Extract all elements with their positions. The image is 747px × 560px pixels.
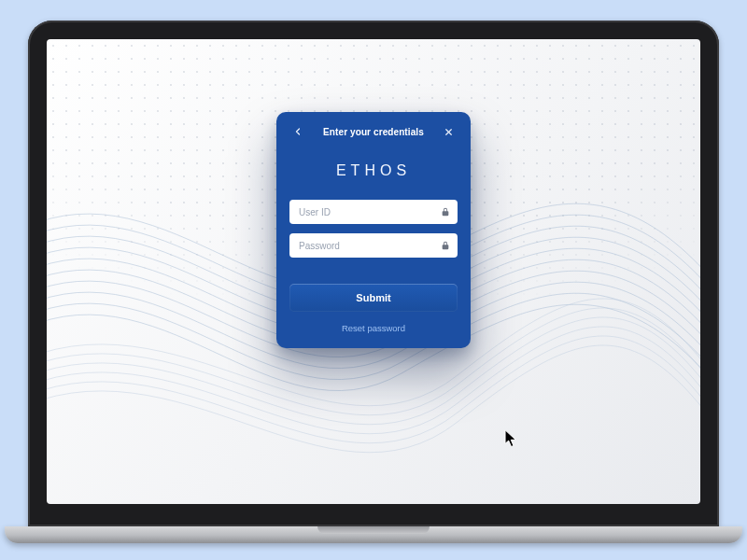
login-dialog: Enter your credentials ETHOS <box>276 112 471 348</box>
dialog-title: Enter your credentials <box>323 127 424 137</box>
lock-icon <box>441 241 450 250</box>
lock-icon <box>441 207 450 217</box>
brand-logo-text: ETHOS <box>289 162 458 179</box>
user-id-input[interactable] <box>289 200 458 224</box>
close-icon[interactable] <box>441 123 458 140</box>
password-field-wrapper <box>289 233 458 258</box>
desktop-screen: Enter your credentials ETHOS <box>47 39 700 504</box>
submit-button[interactable]: Submit <box>289 284 458 312</box>
reset-password-link[interactable]: Reset password <box>289 323 458 333</box>
laptop-bezel: Enter your credentials ETHOS <box>28 21 719 526</box>
laptop-base <box>5 526 742 543</box>
laptop-mockup: Enter your credentials ETHOS <box>28 21 719 543</box>
password-input[interactable] <box>289 233 458 258</box>
dialog-header: Enter your credentials <box>289 123 458 140</box>
user-id-field-wrapper <box>289 200 458 224</box>
back-icon[interactable] <box>289 123 306 140</box>
